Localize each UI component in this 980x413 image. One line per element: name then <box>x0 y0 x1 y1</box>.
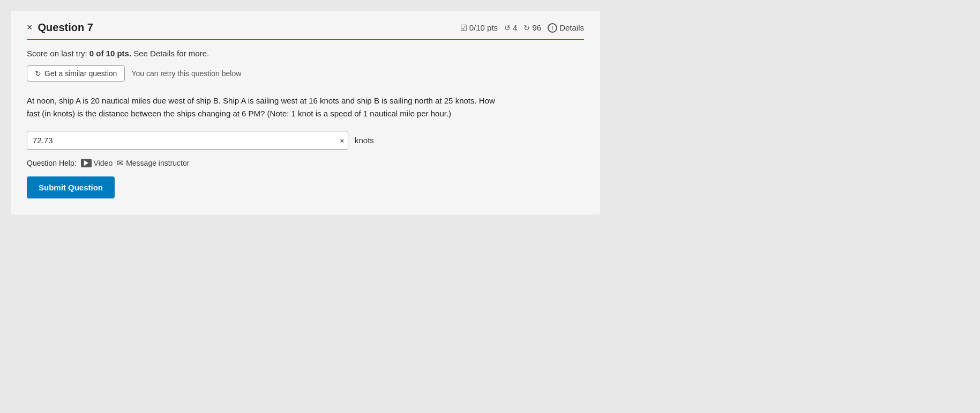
video-help-button[interactable]: Video <box>81 159 113 167</box>
submit-question-button[interactable]: Submit Question <box>27 176 115 198</box>
question-help-row: Question Help: Video ✉ Message instructo… <box>27 158 584 168</box>
message-instructor-button[interactable]: ✉ Message instructor <box>117 158 189 168</box>
attempts-display: ↺ 4 <box>504 23 517 32</box>
clear-input-button[interactable]: × <box>340 136 344 144</box>
question-header: × Question 7 ☑ 0/10 pts ↺ 4 ↻ 96 i Detai… <box>27 21 584 34</box>
score-text: Score on last try: <box>27 49 87 58</box>
refresh-display: ↻ 96 <box>523 23 541 32</box>
help-label: Question Help: <box>27 159 77 167</box>
info-icon: i <box>548 23 557 33</box>
details-label: Details <box>559 23 584 32</box>
attempts-count: 4 <box>513 23 517 32</box>
points-display: ☑ 0/10 pts <box>460 23 498 33</box>
refresh-icon: ↻ <box>523 24 530 32</box>
answer-input[interactable] <box>27 131 348 150</box>
pts-text: 0/10 pts <box>469 23 498 32</box>
attempts-icon: ↺ <box>504 24 511 32</box>
question-card: × Question 7 ☑ 0/10 pts ↺ 4 ↻ 96 i Detai… <box>11 11 600 215</box>
similar-btn-label: Get a similar question <box>44 69 117 78</box>
similar-btn-icon: ↻ <box>35 69 41 78</box>
question-meta: ☑ 0/10 pts ↺ 4 ↻ 96 i Details <box>460 23 584 33</box>
envelope-icon: ✉ <box>117 158 124 168</box>
play-triangle-icon <box>84 160 88 166</box>
unit-label: knots <box>355 136 374 145</box>
retry-text: You can retry this question below <box>131 69 241 78</box>
score-suffix: See Details for more. <box>133 49 209 58</box>
question-title: Question 7 <box>38 21 93 34</box>
message-label: Message instructor <box>126 159 189 167</box>
details-link[interactable]: i Details <box>548 23 584 33</box>
answer-row: × knots <box>27 131 584 150</box>
retry-row: ↻ Get a similar question You can retry t… <box>27 65 584 82</box>
pts-check-icon: ☑ <box>460 23 467 33</box>
get-similar-question-button[interactable]: ↻ Get a similar question <box>27 65 125 82</box>
score-value: 0 of 10 pts. <box>89 49 131 58</box>
refresh-count: 96 <box>532 23 541 32</box>
video-label: Video <box>94 159 113 167</box>
question-body-text: At noon, ship A is 20 nautical miles due… <box>27 94 509 120</box>
video-icon <box>81 159 92 167</box>
close-icon[interactable]: × <box>27 22 33 33</box>
question-title-row: × Question 7 <box>27 21 93 34</box>
score-line: Score on last try: 0 of 10 pts. See Deta… <box>27 49 584 58</box>
answer-input-wrapper: × <box>27 131 348 150</box>
section-divider <box>27 39 584 40</box>
